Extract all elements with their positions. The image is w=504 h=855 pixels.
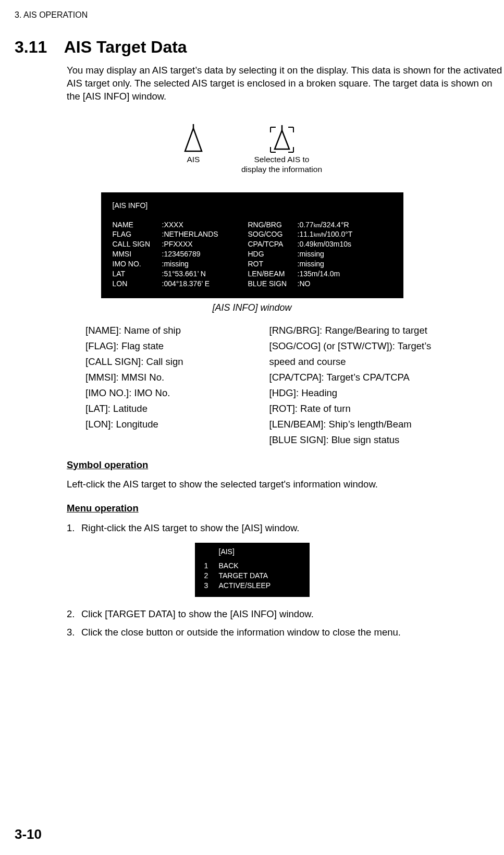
intro-paragraph: You may display an AIS target’s data by … [67, 64, 504, 103]
ais-info-window: [AIS INFO] NAME FLAG CALL SIGN MMSI IMO … [101, 192, 403, 298]
label-name: NAME [113, 220, 162, 230]
ais-info-right-labels: RNG/BRG SOG/COG CPA/TCPA HDG ROT LEN/BEA… [248, 220, 298, 289]
def-rot: [ROT]: Rate of turn [269, 401, 453, 417]
def-name: [NAME]: Name of ship [85, 323, 269, 338]
field-defs-left: [NAME]: Name of ship [FLAG]: Flag state … [85, 323, 269, 448]
step-3-text: Click the close button or outside the in… [81, 627, 401, 638]
value-lon: :004°18.376’ E [162, 279, 248, 289]
step-1-number: 1. [67, 520, 81, 536]
def-cpa: [CPA/TCPA]: Target’s CPA/TCPA [269, 370, 453, 385]
value-flag: :NETHERLANDS [162, 229, 248, 239]
label-flag: FLAG [113, 229, 162, 239]
value-name: :XXXX [162, 220, 248, 230]
def-hdg: [HDG]: Heading [269, 385, 453, 401]
ais-triangle-icon [182, 124, 205, 154]
def-rng: [RNG/BRG]: Range/Bearing to target [269, 323, 453, 338]
field-definitions: [NAME]: Name of ship [FLAG]: Flag state … [85, 323, 453, 448]
selected-ais-label-line1: Selected AIS to [254, 154, 310, 164]
svg-marker-2 [275, 130, 289, 149]
value-hdg: :missing [298, 249, 392, 259]
label-imo: IMO NO. [113, 259, 162, 269]
label-callsign: CALL SIGN [113, 239, 162, 249]
menu-item-target-data[interactable]: 2 TARGET DATA [204, 571, 300, 581]
step-1-text: Right-click the AIS target to show the [… [81, 522, 300, 533]
section-heading-row: 3.11 AIS Target Data [0, 38, 504, 57]
menu-item-active-sleep[interactable]: 3 ACTIVE/SLEEP [204, 581, 300, 591]
section-number: 3.11 [15, 38, 47, 57]
ais-menu-window: [AIS] 1 BACK 2 TARGET DATA 3 ACTIVE/SLEE… [195, 543, 310, 597]
value-blue: :NO [298, 279, 392, 289]
chapter-header: 3. AIS OPERATION [15, 10, 504, 20]
step-2-text: Click [TARGET DATA] to show the [AIS INF… [81, 608, 314, 619]
page-number: 3-10 [15, 826, 42, 842]
symbol-operation-text: Left-click the AIS target to show the se… [67, 478, 504, 491]
document-page: 3. AIS OPERATION 3.11 AIS Target Data Yo… [0, 0, 504, 855]
step-1: 1.Right-click the AIS target to show the… [67, 520, 504, 536]
menu-operation-heading: Menu operation [67, 503, 504, 514]
def-imo: [IMO NO.]: IMO No. [85, 385, 269, 401]
label-mmsi: MMSI [113, 249, 162, 259]
selected-ais-label-line2: display the information [241, 164, 322, 174]
def-blue: [BLUE SIGN]: Blue sign status [269, 432, 453, 448]
ais-symbol-label: AIS [187, 154, 200, 164]
value-rng-brg: :0.77km/324.4°R [298, 220, 392, 230]
ais-info-title: [AIS INFO] [113, 201, 392, 211]
label-rng-brg: RNG/BRG [248, 220, 298, 230]
value-sog-cog: :11.1km/h/100.0°T [298, 229, 392, 239]
label-hdg: HDG [248, 249, 298, 259]
label-lon: LON [113, 279, 162, 289]
value-callsign: :PFXXXX [162, 239, 248, 249]
ais-info-left-values: :XXXX :NETHERLANDS :PFXXXX :123456789 :m… [162, 220, 248, 289]
def-lon: [LON]: Longitude [85, 417, 269, 432]
def-sog: [SOG/COG] (or [STW/CTW]): Target’s speed… [269, 338, 453, 370]
ais-info-right-values: :0.77km/324.4°R :11.1km/h/100.0°T :0.49k… [298, 220, 392, 289]
step-2: 2.Click [TARGET DATA] to show the [AIS I… [67, 606, 504, 622]
label-len: LEN/BEAM [248, 269, 298, 279]
step-3: 3.Click the close button or outside the … [67, 625, 504, 640]
value-lat: :51°53.661’ N [162, 269, 248, 279]
def-mmsi: [MMSI]: MMSI No. [85, 370, 269, 385]
def-lat: [LAT]: Latitude [85, 401, 269, 417]
value-cpa: :0.49km/03m10s [298, 239, 392, 249]
label-blue: BLUE SIGN [248, 279, 298, 289]
svg-marker-0 [185, 128, 202, 151]
step-3-number: 3. [67, 625, 81, 640]
ais-symbol-diagram: AIS Selected AIS to display the informat… [0, 124, 504, 175]
step-2-number: 2. [67, 606, 81, 622]
value-mmsi: :123456789 [162, 249, 248, 259]
section-title: AIS Target Data [64, 38, 187, 57]
def-len: [LEN/BEAM]: Ship’s length/Beam [269, 417, 453, 432]
menu-item-back[interactable]: 1 BACK [204, 561, 300, 571]
selected-ais-triangle-icon [265, 124, 299, 154]
value-rot: :missing [298, 259, 392, 269]
label-lat: LAT [113, 269, 162, 279]
value-imo: :missing [162, 259, 248, 269]
def-flag: [FLAG]: Flag state [85, 338, 269, 354]
label-cpa: CPA/TCPA [248, 239, 298, 249]
value-len: :135m/14.0m [298, 269, 392, 279]
field-defs-right: [RNG/BRG]: Range/Bearing to target [SOG/… [269, 323, 453, 448]
ais-info-window-caption: [AIS INFO] window [0, 302, 504, 313]
label-rot: ROT [248, 259, 298, 269]
symbol-operation-heading: Symbol operation [67, 459, 504, 471]
ais-info-left-labels: NAME FLAG CALL SIGN MMSI IMO NO. LAT LON [113, 220, 162, 289]
ais-menu-title: [AIS] [219, 547, 300, 557]
label-sog-cog: SOG/COG [248, 229, 298, 239]
def-callsign: [CALL SIGN]: Call sign [85, 354, 269, 370]
